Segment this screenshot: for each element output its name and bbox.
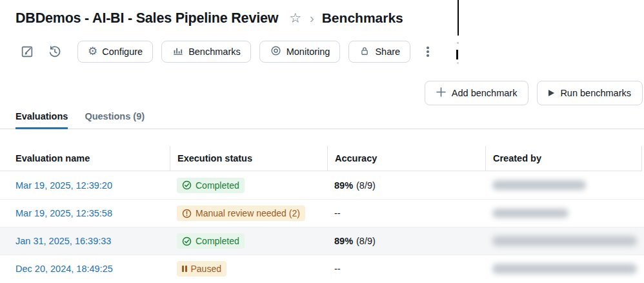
- benchmark-actions: Add benchmark Run benchmarks: [425, 81, 643, 105]
- evaluation-link[interactable]: Mar 19, 2025, 12:35:58: [15, 208, 112, 218]
- crop-artifact-speck: [457, 62, 459, 64]
- crop-artifact-tick: [456, 50, 458, 59]
- accuracy-value: --: [334, 208, 341, 218]
- tab-bar: Evaluations Questions (9): [0, 111, 644, 129]
- monitoring-button[interactable]: Monitoring: [259, 41, 341, 63]
- table-row[interactable]: Mar 19, 2025, 12:39:20 Completed 89% (8/…: [0, 171, 644, 199]
- kebab-menu-icon[interactable]: [420, 44, 436, 59]
- breadcrumb: DBDemos - AI-BI - Sales Pipeline Review …: [15, 8, 403, 28]
- run-benchmarks-label: Run benchmarks: [560, 88, 631, 98]
- status-badge-completed: Completed: [177, 178, 245, 193]
- accuracy-detail: (8/9): [356, 180, 376, 191]
- created-by-redacted: [492, 180, 586, 190]
- page-title: DBDemos - AI-BI - Sales Pipeline Review: [15, 10, 278, 26]
- evaluations-table: Evaluation name Execution status Accurac…: [0, 146, 644, 282]
- add-benchmark-label: Add benchmark: [452, 88, 518, 98]
- add-benchmark-button[interactable]: Add benchmark: [425, 81, 529, 105]
- eye-icon: [270, 45, 282, 59]
- status-label: Manual review needed (2): [196, 207, 300, 219]
- created-by-redacted: [492, 209, 569, 218]
- breadcrumb-current: Benchmarks: [322, 10, 403, 26]
- bar-chart-icon: [172, 45, 184, 59]
- check-circle-icon: [182, 180, 192, 190]
- status-label: Paused: [191, 263, 221, 275]
- check-circle-icon: [182, 236, 192, 246]
- created-by-redacted: [492, 264, 637, 274]
- warning-circle-icon: [182, 209, 192, 218]
- column-header-created-by[interactable]: Created by: [485, 146, 641, 171]
- benchmarks-button[interactable]: Benchmarks: [161, 41, 251, 63]
- status-badge-completed: Completed: [177, 233, 245, 249]
- run-benchmarks-button[interactable]: Run benchmarks: [537, 81, 643, 105]
- crop-artifact-line: [458, 0, 459, 36]
- evaluation-link[interactable]: Jan 31, 2025, 16:39:33: [15, 236, 111, 246]
- gear-icon: ⚙: [88, 47, 97, 57]
- accuracy-value: --: [334, 264, 341, 274]
- evaluation-link[interactable]: Mar 19, 2025, 12:39:20: [15, 180, 112, 191]
- column-header-execution-status[interactable]: Execution status: [170, 146, 327, 171]
- monitoring-label: Monitoring: [287, 47, 330, 57]
- history-icon[interactable]: [47, 44, 63, 59]
- accuracy-value: 89%: [334, 236, 353, 246]
- share-label: Share: [375, 47, 400, 57]
- configure-label: Configure: [102, 47, 143, 57]
- table-row[interactable]: Jan 31, 2025, 16:39:33 Completed 89% (8/…: [0, 227, 644, 255]
- evaluation-link[interactable]: Dec 20, 2024, 18:49:25: [15, 264, 113, 274]
- plus-icon: [436, 87, 446, 99]
- favorite-star-icon[interactable]: ☆: [289, 12, 301, 25]
- column-header-accuracy[interactable]: Accuracy: [327, 146, 485, 171]
- chevron-right-icon: ›: [310, 12, 314, 24]
- accuracy-value: 89%: [334, 180, 353, 191]
- pause-icon: [182, 266, 187, 272]
- edit-icon[interactable]: [19, 44, 35, 59]
- toolbar: ⚙ Configure Benchmarks: [19, 40, 436, 63]
- table-header-row: Evaluation name Execution status Accurac…: [0, 146, 642, 171]
- status-badge-paused: Paused: [177, 261, 226, 277]
- accuracy-detail: (8/9): [356, 236, 376, 246]
- table-row[interactable]: Dec 20, 2024, 18:49:25 Paused --: [0, 255, 644, 282]
- share-button[interactable]: Share: [348, 41, 410, 63]
- benchmarks-page: DBDemos - AI-BI - Sales Pipeline Review …: [0, 0, 644, 283]
- status-label: Completed: [196, 180, 239, 191]
- column-header-evaluation-name[interactable]: Evaluation name: [0, 146, 170, 171]
- benchmarks-label: Benchmarks: [188, 47, 241, 57]
- play-icon: [548, 90, 554, 96]
- crop-artifact-speck: [457, 42, 459, 44]
- status-badge-manual-review: Manual review needed (2): [177, 205, 305, 221]
- created-by-redacted: [492, 236, 637, 246]
- tab-questions[interactable]: Questions (9): [85, 111, 145, 129]
- table-row[interactable]: Mar 19, 2025, 12:35:58 Manual review nee…: [0, 199, 644, 227]
- status-label: Completed: [196, 235, 239, 247]
- tab-evaluations[interactable]: Evaluations: [15, 111, 68, 129]
- lock-icon: [359, 45, 370, 59]
- configure-button[interactable]: ⚙ Configure: [77, 41, 153, 63]
